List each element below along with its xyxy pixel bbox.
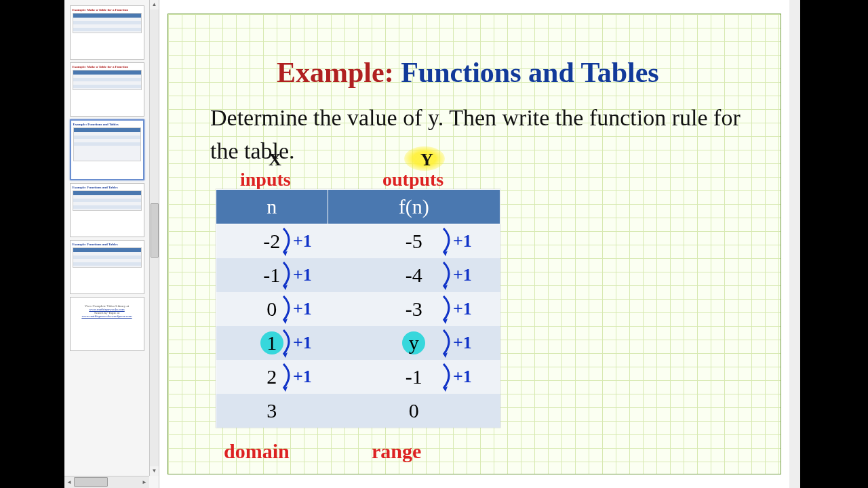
scrollbar-thumb[interactable] [74,477,108,487]
scroll-up-button[interactable]: ▲ [150,0,159,9]
slide-thumbnail-3[interactable]: Example: Functions and Tables [70,119,144,180]
diff-item: +1 [453,231,494,265]
thumb-title: Example: Functions and Tables [73,123,119,126]
scroll-right-button[interactable]: ► [140,476,149,488]
scroll-left-button[interactable]: ◄ [64,476,74,488]
diff-item: +1 [293,231,334,265]
diff-item: +1 [453,265,494,299]
range-annotation: range [372,440,421,463]
curve-arrow-icon [438,293,458,327]
application-window: Example: Make a Table for a Function Exa… [64,0,800,488]
curve-arrow-icon [278,260,298,293]
diff-item: +1 [293,367,334,401]
slide-title: Example: Functions and Tables [277,56,659,89]
header-n: n [216,190,328,224]
thumb-title: Example: Functions and Tables [73,186,118,189]
diff-annotations-n: +1 +1 +1 +1 +1 [293,231,334,401]
thumb-title: Example: Make a Table for a Function [73,8,128,12]
thumb-link: www.mathispower4u.wordpress.com [73,314,142,318]
thumb-title: Example: Make a Table for a Function [73,65,128,68]
title-example-word: Example: [277,57,394,88]
slide-canvas[interactable]: Example: Functions and Tables Determine … [167,14,781,474]
diff-item: +1 [293,333,334,367]
thumbnail-vertical-scrollbar[interactable]: ▲ ▼ [149,0,159,476]
curve-arrow-icon [438,327,458,361]
diff-item: +1 [293,265,334,299]
curve-arrow-icon [438,260,458,293]
slide-thumbnail-1[interactable]: Example: Make a Table for a Function [70,5,144,60]
y-annotation: Y [420,150,433,170]
diff-annotations-fn: +1 +1 +1 +1 +1 [453,231,494,401]
highlight-circle: y [402,331,425,354]
slide-thumbnail-2[interactable]: Example: Make a Table for a Function [70,62,144,117]
thumbnail-list: Example: Make a Table for a Function Exa… [64,0,149,476]
slide-viewport: Example: Functions and Tables Determine … [159,0,800,488]
curve-arrow-icon [278,226,298,260]
slide-vertical-scrollbar[interactable] [789,0,800,488]
outputs-annotation: outputs [382,169,443,190]
curve-arrow-icon [278,327,298,361]
thumb-title: Example: Functions and Tables [73,243,118,246]
diff-item: +1 [293,299,334,333]
x-annotation: X [269,150,281,170]
diff-item: +1 [453,333,494,367]
diff-item: +1 [453,299,494,333]
instruction-text: Determine the value of y. Then write the… [210,101,753,168]
scrollbar-thumb[interactable] [151,203,159,258]
curve-arrow-icon [278,293,298,327]
scroll-down-button[interactable]: ▼ [150,466,159,476]
title-topic: Functions and Tables [401,57,659,88]
inputs-annotation: inputs [240,169,291,190]
slide-thumbnail-4[interactable]: Example: Functions and Tables [70,183,144,237]
header-fn: f(n) [328,190,500,224]
curve-arrow-icon [438,226,458,260]
slide-thumbnail-panel: Example: Make a Table for a Function Exa… [64,0,159,488]
diff-item: +1 [453,367,494,401]
slide-thumbnail-5[interactable]: Example: Functions and Tables [70,240,144,294]
curve-arrow-icon [278,361,298,395]
table-header-row: n f(n) [216,190,500,224]
slide-thumbnail-6[interactable]: View Complete Video Library at www.mathi… [70,297,144,351]
domain-annotation: domain [224,440,290,463]
curve-arrow-icon [438,361,458,395]
thumbnail-horizontal-scrollbar[interactable]: ◄► [64,476,149,488]
